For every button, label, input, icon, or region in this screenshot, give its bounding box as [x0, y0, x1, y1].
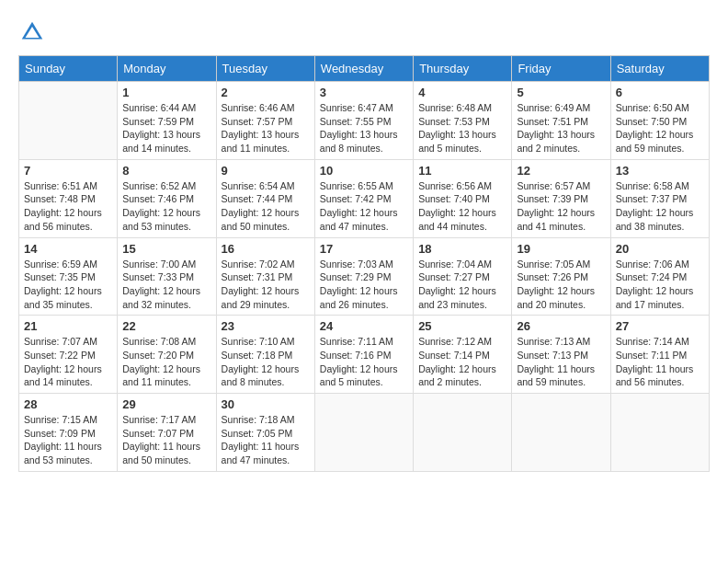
- day-number: 14: [24, 242, 112, 256]
- calendar-cell: [314, 394, 413, 472]
- calendar-cell: [414, 394, 512, 472]
- calendar-week-row: 21Sunrise: 7:07 AM Sunset: 7:22 PM Dayli…: [19, 316, 710, 394]
- day-number: 9: [222, 164, 310, 178]
- calendar-cell: 4Sunrise: 6:48 AM Sunset: 7:53 PM Daylig…: [414, 82, 512, 160]
- day-number: 20: [616, 242, 704, 256]
- calendar-cell: 26Sunrise: 7:13 AM Sunset: 7:13 PM Dayli…: [512, 316, 610, 394]
- calendar-cell: 10Sunrise: 6:55 AM Sunset: 7:42 PM Dayli…: [314, 159, 413, 237]
- day-info: Sunrise: 7:10 AM Sunset: 7:18 PM Dayligh…: [222, 335, 310, 389]
- day-number: 26: [517, 319, 605, 333]
- calendar-cell: 27Sunrise: 7:14 AM Sunset: 7:11 PM Dayli…: [610, 316, 709, 394]
- calendar-cell: 1Sunrise: 6:44 AM Sunset: 7:59 PM Daylig…: [118, 82, 216, 160]
- day-number: 5: [517, 86, 605, 99]
- logo-icon: [18, 18, 46, 46]
- day-info: Sunrise: 6:55 AM Sunset: 7:42 PM Dayligh…: [320, 179, 408, 234]
- calendar-week-row: 28Sunrise: 7:15 AM Sunset: 7:09 PM Dayli…: [19, 394, 710, 472]
- calendar-cell: 15Sunrise: 7:00 AM Sunset: 7:33 PM Dayli…: [118, 237, 216, 316]
- day-info: Sunrise: 7:14 AM Sunset: 7:11 PM Dayligh…: [616, 335, 704, 389]
- day-info: Sunrise: 6:52 AM Sunset: 7:46 PM Dayligh…: [122, 179, 210, 234]
- day-number: 28: [24, 397, 112, 411]
- day-number: 1: [122, 86, 210, 99]
- calendar-cell: 29Sunrise: 7:17 AM Sunset: 7:07 PM Dayli…: [118, 394, 216, 472]
- day-info: Sunrise: 6:51 AM Sunset: 7:48 PM Dayligh…: [24, 179, 112, 234]
- day-number: 15: [122, 242, 210, 256]
- day-info: Sunrise: 6:44 AM Sunset: 7:59 PM Dayligh…: [122, 101, 210, 155]
- calendar-table: SundayMondayTuesdayWednesdayThursdayFrid…: [18, 55, 710, 472]
- calendar-week-row: 1Sunrise: 6:44 AM Sunset: 7:59 PM Daylig…: [19, 82, 710, 160]
- calendar-cell: 13Sunrise: 6:58 AM Sunset: 7:37 PM Dayli…: [610, 159, 709, 237]
- day-number: 25: [418, 319, 506, 333]
- calendar-cell: 24Sunrise: 7:11 AM Sunset: 7:16 PM Dayli…: [314, 316, 413, 394]
- day-number: 16: [222, 242, 310, 256]
- calendar-week-row: 14Sunrise: 6:59 AM Sunset: 7:35 PM Dayli…: [19, 237, 710, 316]
- calendar-cell: 12Sunrise: 6:57 AM Sunset: 7:39 PM Dayli…: [512, 159, 610, 237]
- calendar-cell: 21Sunrise: 7:07 AM Sunset: 7:22 PM Dayli…: [19, 316, 118, 394]
- calendar-week-row: 7Sunrise: 6:51 AM Sunset: 7:48 PM Daylig…: [19, 159, 710, 237]
- calendar-cell: 2Sunrise: 6:46 AM Sunset: 7:57 PM Daylig…: [216, 82, 314, 160]
- calendar-cell: 8Sunrise: 6:52 AM Sunset: 7:46 PM Daylig…: [118, 159, 216, 237]
- day-number: 22: [122, 319, 210, 333]
- calendar-cell: 17Sunrise: 7:03 AM Sunset: 7:29 PM Dayli…: [314, 237, 413, 316]
- day-of-week-header: Wednesday: [314, 56, 413, 82]
- calendar-cell: 5Sunrise: 6:49 AM Sunset: 7:51 PM Daylig…: [512, 82, 610, 160]
- day-of-week-header: Monday: [118, 56, 216, 82]
- day-info: Sunrise: 6:50 AM Sunset: 7:50 PM Dayligh…: [616, 101, 704, 155]
- day-of-week-header: Friday: [512, 56, 610, 82]
- day-number: 29: [122, 397, 210, 411]
- day-number: 3: [320, 86, 408, 99]
- calendar-header-row: SundayMondayTuesdayWednesdayThursdayFrid…: [19, 56, 710, 82]
- calendar-cell: [512, 394, 610, 472]
- day-info: Sunrise: 7:12 AM Sunset: 7:14 PM Dayligh…: [418, 335, 506, 389]
- day-number: 8: [122, 164, 210, 178]
- day-info: Sunrise: 6:49 AM Sunset: 7:51 PM Dayligh…: [517, 101, 605, 155]
- day-number: 19: [517, 242, 605, 256]
- calendar-cell: 16Sunrise: 7:02 AM Sunset: 7:31 PM Dayli…: [216, 237, 314, 316]
- logo: [18, 18, 50, 46]
- calendar-cell: 18Sunrise: 7:04 AM Sunset: 7:27 PM Dayli…: [414, 237, 512, 316]
- calendar-cell: 22Sunrise: 7:08 AM Sunset: 7:20 PM Dayli…: [118, 316, 216, 394]
- calendar-cell: [610, 394, 709, 472]
- day-of-week-header: Saturday: [610, 56, 709, 82]
- calendar-cell: 6Sunrise: 6:50 AM Sunset: 7:50 PM Daylig…: [610, 82, 709, 160]
- calendar-cell: 11Sunrise: 6:56 AM Sunset: 7:40 PM Dayli…: [414, 159, 512, 237]
- calendar-cell: 23Sunrise: 7:10 AM Sunset: 7:18 PM Dayli…: [216, 316, 314, 394]
- calendar-cell: 14Sunrise: 6:59 AM Sunset: 7:35 PM Dayli…: [19, 237, 118, 316]
- day-number: 10: [320, 164, 408, 178]
- day-number: 6: [616, 86, 704, 99]
- day-info: Sunrise: 7:03 AM Sunset: 7:29 PM Dayligh…: [320, 258, 408, 312]
- day-info: Sunrise: 7:05 AM Sunset: 7:26 PM Dayligh…: [517, 258, 605, 312]
- day-info: Sunrise: 7:02 AM Sunset: 7:31 PM Dayligh…: [222, 258, 310, 312]
- day-info: Sunrise: 7:04 AM Sunset: 7:27 PM Dayligh…: [418, 258, 506, 312]
- calendar-cell: 9Sunrise: 6:54 AM Sunset: 7:44 PM Daylig…: [216, 159, 314, 237]
- day-number: 23: [222, 319, 310, 333]
- day-number: 4: [418, 86, 506, 99]
- calendar-cell: 30Sunrise: 7:18 AM Sunset: 7:05 PM Dayli…: [216, 394, 314, 472]
- page-header: [18, 18, 710, 46]
- calendar-cell: 19Sunrise: 7:05 AM Sunset: 7:26 PM Dayli…: [512, 237, 610, 316]
- day-number: 17: [320, 242, 408, 256]
- day-info: Sunrise: 7:07 AM Sunset: 7:22 PM Dayligh…: [24, 335, 112, 389]
- day-of-week-header: Tuesday: [216, 56, 314, 82]
- day-number: 7: [24, 164, 112, 178]
- day-number: 2: [222, 86, 310, 99]
- day-info: Sunrise: 6:54 AM Sunset: 7:44 PM Dayligh…: [222, 179, 310, 234]
- day-info: Sunrise: 7:00 AM Sunset: 7:33 PM Dayligh…: [122, 258, 210, 312]
- day-number: 13: [616, 164, 704, 178]
- day-info: Sunrise: 6:59 AM Sunset: 7:35 PM Dayligh…: [24, 258, 112, 312]
- calendar-cell: 3Sunrise: 6:47 AM Sunset: 7:55 PM Daylig…: [314, 82, 413, 160]
- day-number: 18: [418, 242, 506, 256]
- day-number: 21: [24, 319, 112, 333]
- day-number: 27: [616, 319, 704, 333]
- calendar-cell: 25Sunrise: 7:12 AM Sunset: 7:14 PM Dayli…: [414, 316, 512, 394]
- calendar-cell: [19, 82, 118, 160]
- day-info: Sunrise: 6:48 AM Sunset: 7:53 PM Dayligh…: [418, 101, 506, 155]
- day-of-week-header: Sunday: [19, 56, 118, 82]
- day-info: Sunrise: 6:57 AM Sunset: 7:39 PM Dayligh…: [517, 179, 605, 234]
- day-of-week-header: Thursday: [414, 56, 512, 82]
- day-number: 12: [517, 164, 605, 178]
- day-info: Sunrise: 7:18 AM Sunset: 7:05 PM Dayligh…: [222, 413, 310, 467]
- day-info: Sunrise: 6:47 AM Sunset: 7:55 PM Dayligh…: [320, 101, 408, 155]
- day-info: Sunrise: 7:11 AM Sunset: 7:16 PM Dayligh…: [320, 335, 408, 389]
- day-info: Sunrise: 7:08 AM Sunset: 7:20 PM Dayligh…: [122, 335, 210, 389]
- day-number: 11: [418, 164, 506, 178]
